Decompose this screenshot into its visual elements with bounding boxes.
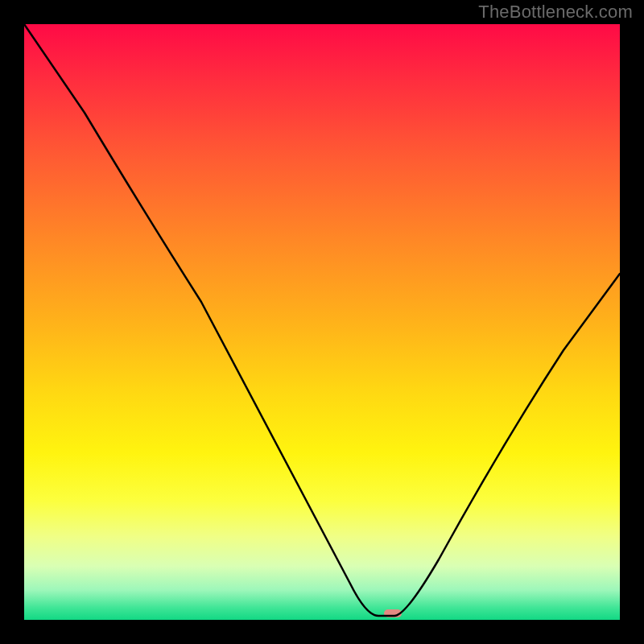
chart-frame: TheBottleneck.com (0, 0, 644, 644)
watermark-text: TheBottleneck.com (478, 2, 633, 23)
bottleneck-curve-svg (24, 24, 620, 620)
bottleneck-curve-path (24, 24, 620, 616)
plot-area (24, 24, 620, 620)
